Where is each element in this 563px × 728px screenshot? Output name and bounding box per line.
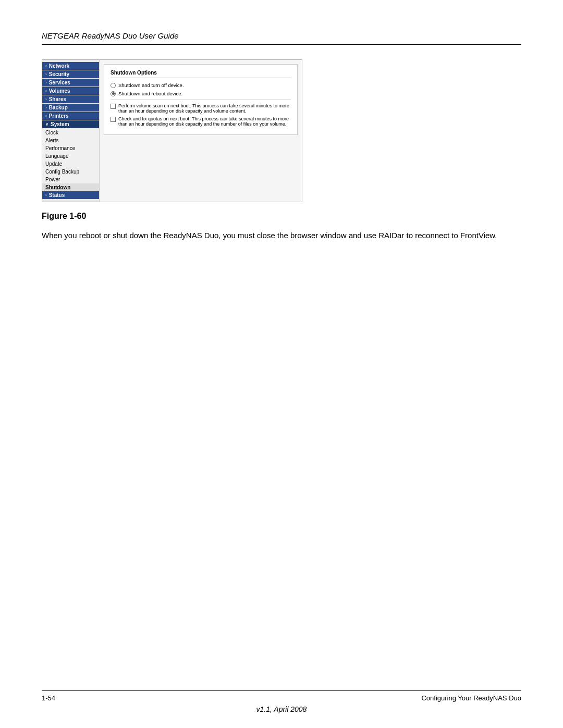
sidebar-label-volumes: Volumes	[49, 88, 70, 94]
checkbox-fix-quotas[interactable]: Check and fix quotas on next boot. This …	[111, 116, 291, 127]
chevron-icon: ›	[45, 64, 47, 68]
sidebar-item-language[interactable]: Language	[42, 152, 99, 160]
sidebar-item-status[interactable]: › Status	[42, 191, 99, 199]
sidebar-label-language: Language	[45, 153, 69, 159]
sidebar-item-performance[interactable]: Performance	[42, 144, 99, 152]
radio-btn-reboot[interactable]	[111, 91, 116, 96]
sidebar-item-update[interactable]: Update	[42, 160, 99, 168]
chevron-icon: ›	[45, 89, 47, 93]
sidebar-label-security: Security	[49, 71, 69, 77]
sidebar-item-volumes[interactable]: › Volumes	[42, 87, 99, 95]
divider	[111, 100, 291, 100]
sidebar-label-power: Power	[45, 177, 60, 182]
radio-label-reboot: Shutdown and reboot device.	[118, 91, 182, 96]
page-container: NETGEAR ReadyNAS Duo User Guide › Networ…	[0, 0, 563, 728]
sidebar-item-clock[interactable]: Clock	[42, 129, 99, 137]
chevron-icon: ›	[45, 114, 47, 118]
sidebar-label-status: Status	[49, 192, 65, 198]
figure-caption: Figure 1-60	[42, 212, 521, 221]
sidebar-item-security[interactable]: › Security	[42, 70, 99, 78]
chevron-icon: ›	[45, 72, 47, 77]
chevron-icon: ›	[45, 105, 47, 110]
sidebar-item-shares[interactable]: › Shares	[42, 95, 99, 103]
sidebar-label-update: Update	[45, 161, 62, 167]
sidebar-label-shares: Shares	[49, 96, 66, 102]
sidebar-label-shutdown: Shutdown	[45, 184, 70, 190]
sidebar-item-system[interactable]: ∨ System	[42, 120, 99, 128]
chevron-icon: ›	[45, 80, 47, 85]
chevron-icon: ›	[45, 193, 47, 198]
sidebar-item-shutdown[interactable]: Shutdown	[42, 183, 99, 191]
sidebar-label-clock: Clock	[45, 130, 58, 135]
checkbox-volume-scan[interactable]: Perform volume scan on next boot. This p…	[111, 103, 291, 114]
sidebar: › Network › Security › Services › Volume…	[42, 60, 100, 202]
sidebar-item-services[interactable]: › Services	[42, 79, 99, 87]
shutdown-panel: Shutdown Options Shutdown and turn off d…	[104, 64, 298, 135]
sidebar-item-power[interactable]: Power	[42, 176, 99, 183]
checkbox-label-volume-scan: Perform volume scan on next boot. This p…	[118, 103, 291, 114]
sidebar-item-printers[interactable]: › Printers	[42, 112, 99, 120]
screenshot-box: › Network › Security › Services › Volume…	[42, 59, 302, 202]
main-content: Shutdown Options Shutdown and turn off d…	[100, 60, 302, 202]
checkbox-btn-volume-scan[interactable]	[111, 104, 116, 109]
shutdown-panel-title: Shutdown Options	[111, 70, 291, 78]
radio-label-off: Shutdown and turn off device.	[118, 82, 184, 88]
body-text: When you reboot or shut down the ReadyNA…	[42, 229, 521, 242]
checkbox-btn-fix-quotas[interactable]	[111, 117, 116, 122]
footer-section-title: Configuring Your ReadyNAS Duo	[421, 694, 521, 702]
header-title: NETGEAR ReadyNAS Duo User Guide	[42, 31, 179, 40]
chevron-icon: ›	[45, 97, 47, 102]
sidebar-label-alerts: Alerts	[45, 138, 59, 143]
sidebar-label-backup: Backup	[49, 105, 68, 110]
sidebar-label-network: Network	[49, 63, 69, 69]
sidebar-label-system: System	[51, 121, 69, 127]
radio-btn-off[interactable]	[111, 83, 116, 88]
sidebar-label-performance: Performance	[45, 145, 75, 151]
radio-shutdown-reboot[interactable]: Shutdown and reboot device.	[111, 91, 291, 96]
sidebar-item-backup[interactable]: › Backup	[42, 104, 99, 112]
sidebar-label-config-backup: Config Backup	[45, 169, 79, 175]
footer-page-number: 1-54	[42, 694, 55, 702]
screenshot-wrapper: › Network › Security › Services › Volume…	[42, 59, 521, 202]
chevron-icon: ∨	[45, 122, 48, 127]
checkbox-label-fix-quotas: Check and fix quotas on next boot. This …	[118, 116, 291, 127]
sidebar-item-config-backup[interactable]: Config Backup	[42, 168, 99, 176]
radio-shutdown-off[interactable]: Shutdown and turn off device.	[111, 82, 291, 88]
sidebar-item-network[interactable]: › Network	[42, 62, 99, 70]
footer-version: v1.1, April 2008	[0, 705, 563, 713]
page-footer: 1-54 Configuring Your ReadyNAS Duo	[42, 690, 521, 702]
sidebar-label-services: Services	[49, 80, 70, 85]
page-header: NETGEAR ReadyNAS Duo User Guide	[42, 31, 521, 45]
sidebar-label-printers: Printers	[49, 113, 69, 119]
sidebar-item-alerts[interactable]: Alerts	[42, 137, 99, 144]
